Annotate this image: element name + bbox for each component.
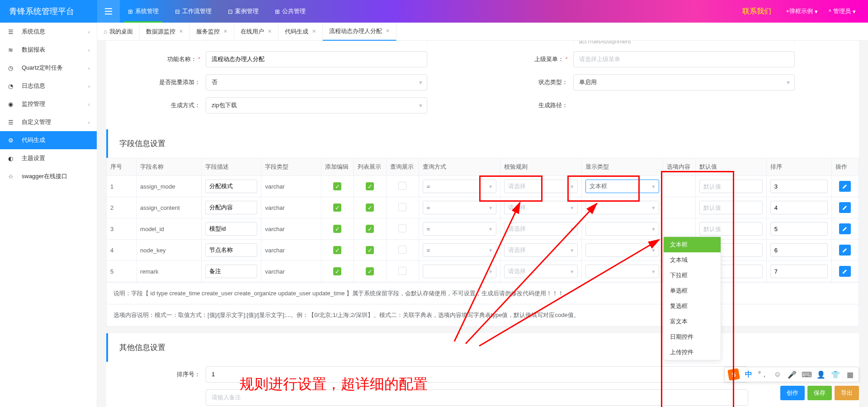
sort-input[interactable] — [770, 243, 828, 257]
checkbox[interactable]: ✓ — [333, 225, 341, 233]
edit-button[interactable] — [839, 245, 851, 256]
checkbox[interactable]: ✓ — [333, 182, 341, 190]
close-icon[interactable]: ✕ — [268, 28, 272, 34]
checkbox[interactable]: ✓ — [333, 204, 341, 212]
checkbox[interactable] — [398, 182, 406, 190]
checkbox[interactable]: ✓ — [366, 204, 374, 212]
field-desc-input[interactable] — [205, 265, 257, 278]
valid-rule-select[interactable]: 请选择 — [504, 265, 578, 278]
popup-demo-dropdown[interactable]: +弹框示例▾ — [780, 0, 823, 23]
dropdown-option[interactable]: 文本框 — [664, 237, 721, 252]
close-icon[interactable]: ✕ — [223, 28, 227, 34]
edit-button[interactable] — [839, 202, 851, 213]
tab-home[interactable]: ⌂我的桌面 — [97, 23, 140, 41]
gen-method-select[interactable]: zip包下载 — [206, 97, 427, 114]
ime-toolbox-icon[interactable]: ▦ — [845, 369, 855, 379]
checkbox[interactable] — [398, 267, 406, 275]
sort-input[interactable] — [770, 222, 828, 236]
valid-rule-select[interactable]: 请选择 — [504, 243, 578, 257]
sidebar-item-codegen[interactable]: ⚙代码生成 — [0, 131, 97, 149]
field-desc-input[interactable] — [205, 180, 257, 193]
query-method-select[interactable] — [423, 265, 496, 278]
default-val-input[interactable] — [699, 222, 762, 236]
display-type-select[interactable] — [585, 265, 659, 278]
valid-rule-select[interactable]: 请选择 — [504, 201, 578, 214]
ime-punct-icon[interactable]: °， — [758, 369, 768, 379]
nav-public-mgmt[interactable]: ⊞公共管理 — [267, 0, 314, 23]
sidebar-item-data-report[interactable]: ≋数据报表‹ — [0, 41, 97, 59]
close-icon[interactable]: ✕ — [312, 28, 316, 34]
query-method-select[interactable]: = — [423, 243, 496, 257]
edit-button[interactable] — [839, 181, 851, 192]
ime-lang-toggle[interactable]: 中 — [744, 369, 754, 379]
checkbox[interactable] — [398, 224, 406, 232]
checkbox[interactable]: ✓ — [333, 246, 341, 254]
field-desc-input[interactable] — [205, 222, 257, 236]
ime-user-icon[interactable]: 👤 — [816, 369, 826, 379]
sort-input[interactable] — [206, 366, 748, 383]
dropdown-option[interactable]: 单选框 — [664, 283, 721, 298]
sidebar-item-system-info[interactable]: ☰系统信息‹ — [0, 23, 97, 41]
sort-input[interactable] — [770, 180, 828, 193]
sidebar-item-swagger[interactable]: ☆swagger在线接口 — [0, 167, 97, 185]
ime-emoji-icon[interactable]: ☺ — [773, 369, 783, 379]
checkbox[interactable]: ✓ — [333, 267, 341, 275]
checkbox[interactable]: ✓ — [366, 225, 374, 233]
dropdown-option[interactable]: 文本域 — [664, 252, 721, 268]
query-method-select[interactable]: = — [423, 180, 496, 193]
sidebar-item-theme[interactable]: ◐主题设置 — [0, 149, 97, 167]
valid-rule-select[interactable]: 请选择 — [504, 180, 578, 193]
parent-menu-select[interactable]: 请选择上级菜单 — [573, 51, 795, 67]
checkbox[interactable] — [398, 246, 406, 254]
edit-button[interactable] — [839, 223, 851, 234]
field-desc-input[interactable] — [205, 243, 257, 257]
remark-input[interactable]: 请输入备注 — [206, 389, 748, 406]
edit-button[interactable] — [839, 266, 851, 277]
contact-us-link[interactable]: 联系我们 — [742, 7, 771, 16]
close-icon[interactable]: ✕ — [386, 28, 390, 34]
tab-workflow-assign[interactable]: 流程动态办理人分配✕ — [323, 23, 396, 41]
display-type-select[interactable] — [585, 201, 659, 214]
display-type-select[interactable] — [585, 243, 659, 257]
dropdown-option[interactable]: 日期控件 — [664, 329, 721, 345]
tab-datasource-monitor[interactable]: 数据源监控✕ — [140, 23, 190, 41]
sort-input[interactable] — [770, 265, 828, 278]
checkbox[interactable]: ✓ — [366, 267, 374, 275]
tab-online-user[interactable]: 在线用户✕ — [234, 23, 278, 41]
valid-rule-select[interactable]: 请选择 — [504, 222, 578, 236]
close-icon[interactable]: ✕ — [179, 28, 183, 34]
ime-keyboard-icon[interactable]: ⌨ — [802, 369, 811, 379]
dropdown-option[interactable]: 富文本 — [664, 314, 721, 329]
sidebar-toggle-button[interactable] — [97, 0, 120, 23]
export-button[interactable]: 导出 — [835, 386, 859, 400]
ime-voice-icon[interactable]: 🎤 — [787, 369, 797, 379]
dropdown-option[interactable]: 复选框 — [664, 298, 721, 314]
query-method-select[interactable]: = — [423, 222, 496, 236]
default-val-input[interactable] — [699, 180, 762, 193]
field-desc-input[interactable] — [205, 201, 257, 214]
display-type-select[interactable]: 文本框 — [585, 180, 659, 193]
checkbox[interactable]: ✓ — [366, 182, 374, 190]
create-button[interactable]: 创作 — [780, 386, 805, 400]
dropdown-option[interactable]: 下拉框 — [664, 268, 721, 283]
nav-workflow-mgmt[interactable]: ⊟工作流管理 — [167, 0, 220, 23]
tab-service-monitor[interactable]: 服务监控✕ — [190, 23, 234, 41]
ime-skin-icon[interactable]: 👕 — [830, 369, 840, 379]
admin-dropdown[interactable]: ᴬ管理员▾ — [823, 0, 861, 23]
tab-codegen[interactable]: 代码生成✕ — [278, 23, 323, 41]
sort-input[interactable] — [770, 201, 828, 214]
sidebar-item-monitor[interactable]: ◉监控管理‹ — [0, 95, 97, 113]
checkbox[interactable]: ✓ — [366, 246, 374, 254]
sidebar-item-log[interactable]: ◔日志信息‹ — [0, 77, 97, 95]
nav-system-mgmt[interactable]: ⊞系统管理 — [120, 0, 167, 23]
sidebar-item-custom[interactable]: ☰自定义管理‹ — [0, 113, 97, 131]
dropdown-option[interactable]: 上传控件 — [664, 345, 721, 360]
query-method-select[interactable]: = — [423, 201, 496, 214]
default-val-input[interactable] — [699, 201, 762, 214]
batch-add-select[interactable]: 否 — [206, 74, 427, 90]
display-type-dropdown[interactable]: 文本框文本域下拉框单选框复选框富文本日期控件上传控件 — [663, 237, 721, 360]
func-name-input[interactable] — [206, 51, 427, 67]
checkbox[interactable] — [398, 203, 406, 211]
status-type-select[interactable]: 单启用 — [573, 74, 795, 90]
nav-case-mgmt[interactable]: ⊡案例管理 — [220, 0, 267, 23]
